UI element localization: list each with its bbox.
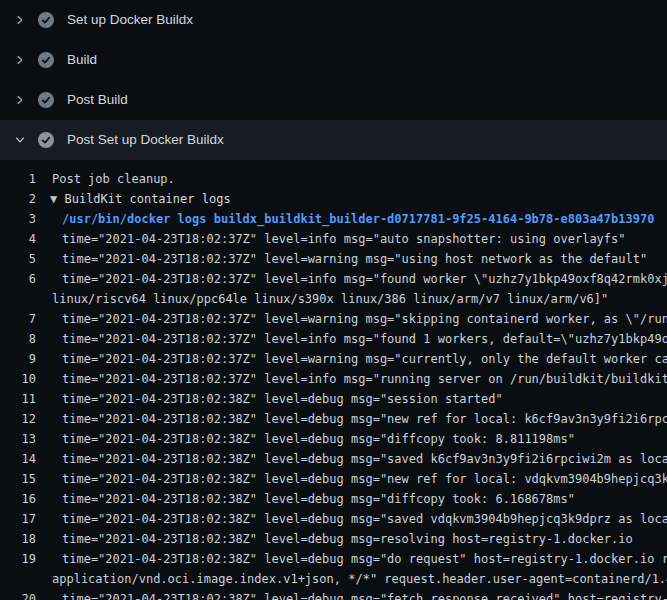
line-number [0, 289, 36, 309]
group-collapse-icon[interactable]: ▼ [50, 192, 64, 206]
log-row: 3/usr/bin/docker logs buildx_buildkit_bu… [0, 209, 667, 229]
line-number[interactable]: 2 [0, 189, 36, 209]
log-row: 15time="2021-04-23T18:02:38Z" level=debu… [0, 469, 667, 489]
line-number[interactable]: 14 [0, 449, 36, 469]
log-text: time="2021-04-23T18:02:38Z" level=debug … [62, 532, 633, 546]
log-command-text: /usr/bin/docker logs buildx_buildkit_bui… [62, 212, 654, 226]
log-text: time="2021-04-23T18:02:37Z" level=warnin… [62, 252, 647, 266]
log-row: application/vnd.oci.image.index.v1+json,… [0, 569, 667, 589]
line-number[interactable]: 16 [0, 489, 36, 509]
log-text: BuildKit container logs [64, 192, 230, 206]
line-number[interactable]: 3 [0, 209, 36, 229]
log-text: time="2021-04-23T18:02:38Z" level=debug … [62, 472, 667, 486]
log-row: 7time="2021-04-23T18:02:37Z" level=warni… [0, 309, 667, 329]
log-text: linux/riscv64 linux/ppc64le linux/s390x … [52, 292, 608, 306]
log-text: time="2021-04-23T18:02:38Z" level=debug … [62, 392, 503, 406]
line-number[interactable]: 8 [0, 329, 36, 349]
log-text: time="2021-04-23T18:02:37Z" level=warnin… [62, 352, 667, 366]
log-row: 18time="2021-04-23T18:02:38Z" level=debu… [0, 529, 667, 549]
step-success-check-icon [38, 132, 54, 148]
line-number[interactable]: 6 [0, 269, 36, 289]
line-number[interactable]: 17 [0, 509, 36, 529]
step-title: Set up Docker Buildx [67, 13, 193, 27]
log-text: time="2021-04-23T18:02:37Z" level=info m… [62, 232, 626, 246]
step-success-check-icon [38, 92, 54, 108]
log-row: 16time="2021-04-23T18:02:38Z" level=debu… [0, 489, 667, 509]
line-number [0, 569, 36, 589]
log-text: Post job cleanup. [52, 172, 175, 186]
step-header-setup-docker-buildx[interactable]: Set up Docker Buildx [0, 0, 667, 40]
log-text: time="2021-04-23T18:02:38Z" level=debug … [62, 512, 667, 526]
log-row: linux/riscv64 linux/ppc64le linux/s390x … [0, 289, 667, 309]
log-row: 10time="2021-04-23T18:02:37Z" level=info… [0, 369, 667, 389]
line-number[interactable]: 11 [0, 389, 36, 409]
step-header-post-setup-docker-buildx[interactable]: Post Set up Docker Buildx [0, 120, 667, 160]
log-row: 2▼ BuildKit container logs [0, 189, 667, 209]
log-row: 11time="2021-04-23T18:02:38Z" level=debu… [0, 389, 667, 409]
line-number[interactable]: 19 [0, 549, 36, 569]
log-row: 1Post job cleanup. [0, 169, 667, 189]
log-row: 14time="2021-04-23T18:02:38Z" level=debu… [0, 449, 667, 469]
line-number[interactable]: 18 [0, 529, 36, 549]
log-row: 19time="2021-04-23T18:02:38Z" level=debu… [0, 549, 667, 569]
log-row: 5time="2021-04-23T18:02:37Z" level=warni… [0, 249, 667, 269]
log-text: time="2021-04-23T18:02:37Z" level=info m… [62, 272, 667, 286]
chevron-down-icon[interactable] [13, 133, 27, 147]
step-success-check-icon [38, 52, 54, 68]
log-row: 9time="2021-04-23T18:02:37Z" level=warni… [0, 349, 667, 369]
log-text: time="2021-04-23T18:02:38Z" level=debug … [62, 492, 575, 506]
line-number[interactable]: 20 [0, 589, 36, 600]
log-text: time="2021-04-23T18:02:38Z" level=debug … [62, 452, 667, 466]
log-area: 1Post job cleanup.2▼ BuildKit container … [0, 169, 667, 600]
log-text: time="2021-04-23T18:02:38Z" level=debug … [62, 432, 575, 446]
step-title: Post Build [67, 93, 128, 107]
line-number[interactable]: 4 [0, 229, 36, 249]
log-row: 4time="2021-04-23T18:02:37Z" level=info … [0, 229, 667, 249]
line-number[interactable]: 15 [0, 469, 36, 489]
step-header-build[interactable]: Build [0, 40, 667, 80]
log-text: time="2021-04-23T18:02:38Z" level=debug … [62, 412, 667, 426]
chevron-right-icon[interactable] [13, 13, 27, 27]
log-text: time="2021-04-23T18:02:38Z" level=debug … [62, 592, 667, 600]
step-title: Post Set up Docker Buildx [67, 133, 224, 147]
log-row: 17time="2021-04-23T18:02:38Z" level=debu… [0, 509, 667, 529]
line-number[interactable]: 13 [0, 429, 36, 449]
log-row: 8time="2021-04-23T18:02:37Z" level=info … [0, 329, 667, 349]
log-row: 20time="2021-04-23T18:02:38Z" level=debu… [0, 589, 667, 600]
log-row: 6time="2021-04-23T18:02:37Z" level=info … [0, 269, 667, 289]
line-number[interactable]: 12 [0, 409, 36, 429]
log-text: time="2021-04-23T18:02:38Z" level=debug … [62, 552, 667, 566]
line-number[interactable]: 10 [0, 369, 36, 389]
log-text: time="2021-04-23T18:02:37Z" level=info m… [62, 332, 667, 346]
chevron-right-icon[interactable] [13, 53, 27, 67]
log-row: 13time="2021-04-23T18:02:38Z" level=debu… [0, 429, 667, 449]
line-number[interactable]: 5 [0, 249, 36, 269]
line-number[interactable]: 9 [0, 349, 36, 369]
log-text: time="2021-04-23T18:02:37Z" level=warnin… [62, 312, 667, 326]
step-header-post-build[interactable]: Post Build [0, 80, 667, 120]
log-text: application/vnd.oci.image.index.v1+json,… [52, 572, 667, 586]
log-text: time="2021-04-23T18:02:37Z" level=info m… [62, 372, 667, 386]
log-row: 12time="2021-04-23T18:02:38Z" level=debu… [0, 409, 667, 429]
line-number[interactable]: 7 [0, 309, 36, 329]
step-success-check-icon [38, 12, 54, 28]
chevron-right-icon[interactable] [13, 93, 27, 107]
step-title: Build [67, 53, 97, 67]
line-number[interactable]: 1 [0, 169, 36, 189]
